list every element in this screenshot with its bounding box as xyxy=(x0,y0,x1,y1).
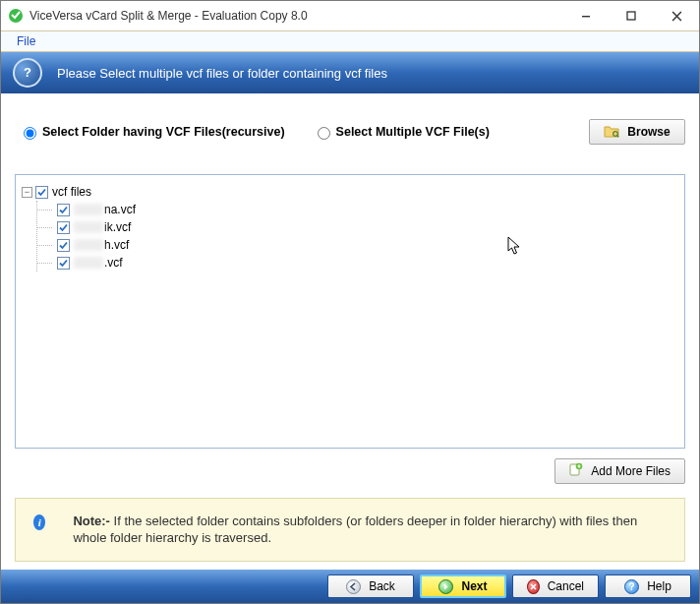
maximize-button[interactable] xyxy=(609,1,654,30)
main-content: Select Folder having VCF Files(recursive… xyxy=(1,93,699,570)
header-message: Please Select multiple vcf files or fold… xyxy=(57,66,387,81)
add-more-files-label: Add More Files xyxy=(591,464,671,478)
svg-rect-1 xyxy=(582,16,590,17)
add-more-files-button[interactable]: Add More Files xyxy=(554,458,685,484)
minimize-button[interactable] xyxy=(563,1,609,30)
checkbox[interactable] xyxy=(57,257,70,270)
header-banner: ? Please Select multiple vcf files or fo… xyxy=(1,52,699,93)
collapse-icon[interactable]: − xyxy=(22,187,32,198)
help-icon: ? xyxy=(624,579,639,594)
checkbox[interactable] xyxy=(35,186,48,199)
tree-item-label: na.vcf xyxy=(104,203,136,216)
checkbox[interactable] xyxy=(57,221,70,234)
footer: Back Next Cancel ? Help xyxy=(1,570,699,603)
obscured-text xyxy=(74,204,103,215)
note-text: Note:- If the selected folder contains s… xyxy=(73,513,667,547)
radio-select-folder-input[interactable] xyxy=(24,127,36,140)
checkbox[interactable] xyxy=(57,239,70,252)
checkbox[interactable] xyxy=(57,204,70,216)
tree-children: na.vcf ik.vcf h.vcf .vcf xyxy=(36,201,678,272)
cancel-icon xyxy=(527,579,540,594)
help-button[interactable]: ? Help xyxy=(605,574,691,598)
note-prefix: Note:- xyxy=(73,513,113,528)
browse-button[interactable]: Browse xyxy=(589,119,685,145)
tree-item-label: h.vcf xyxy=(104,238,129,252)
tree-item[interactable]: na.vcf xyxy=(37,201,678,218)
next-button[interactable]: Next xyxy=(420,574,506,598)
note-box: i Note:- If the selected folder contains… xyxy=(15,498,685,562)
radio-select-files-label: Select Multiple VCF File(s) xyxy=(336,125,490,139)
window-title: ViceVersa vCard Split & Merge - Evaluati… xyxy=(29,9,308,23)
svg-rect-2 xyxy=(627,12,635,20)
note-body: If the selected folder contains subfolde… xyxy=(73,513,637,546)
tree-root-node[interactable]: − vcf files xyxy=(22,183,678,201)
info-icon: i xyxy=(33,514,45,530)
cancel-button[interactable]: Cancel xyxy=(512,574,599,598)
svg-text:?: ? xyxy=(24,65,31,80)
folder-icon xyxy=(604,124,619,141)
cancel-label: Cancel xyxy=(548,579,584,593)
selection-mode-row: Select Folder having VCF Files(recursive… xyxy=(19,119,685,145)
app-icon xyxy=(8,8,24,24)
next-label: Next xyxy=(461,579,487,593)
obscured-text xyxy=(74,221,103,233)
radio-select-folder-label: Select Folder having VCF Files(recursive… xyxy=(42,125,285,139)
add-icon xyxy=(569,462,583,479)
radio-select-folder[interactable]: Select Folder having VCF Files(recursive… xyxy=(19,124,285,140)
help-label: Help xyxy=(647,579,671,593)
next-arrow-icon xyxy=(438,579,453,594)
back-button[interactable]: Back xyxy=(327,574,414,598)
obscured-text xyxy=(74,239,103,251)
app-window: ViceVersa vCard Split & Merge - Evaluati… xyxy=(0,0,700,604)
radio-select-files-input[interactable] xyxy=(318,127,330,140)
browse-label: Browse xyxy=(627,125,670,139)
tree-item[interactable]: ik.vcf xyxy=(37,218,678,236)
tree-item-label: ik.vcf xyxy=(104,220,131,234)
tree-item-label: .vcf xyxy=(104,256,123,270)
menubar: File xyxy=(1,30,699,52)
close-button[interactable] xyxy=(654,1,699,30)
tree-root-label: vcf files xyxy=(52,185,91,199)
back-arrow-icon xyxy=(346,579,361,594)
titlebar: ViceVersa vCard Split & Merge - Evaluati… xyxy=(1,1,699,30)
help-banner-icon: ? xyxy=(13,58,42,88)
tree-item[interactable]: h.vcf xyxy=(37,236,678,254)
back-label: Back xyxy=(369,579,395,593)
file-tree[interactable]: − vcf files na.vcf ik.vcf xyxy=(15,174,685,449)
tree-item[interactable]: .vcf xyxy=(37,254,678,272)
obscured-text xyxy=(74,257,103,269)
menu-file[interactable]: File xyxy=(11,32,41,50)
radio-select-files[interactable]: Select Multiple VCF File(s) xyxy=(313,124,490,140)
